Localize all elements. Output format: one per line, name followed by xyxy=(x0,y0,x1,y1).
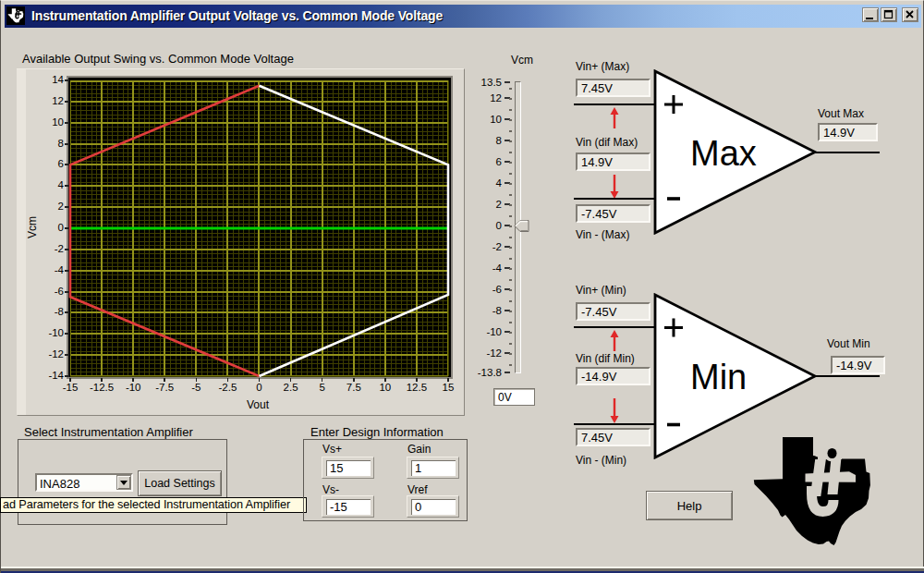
svg-text:Max: Max xyxy=(690,134,757,173)
svg-text:Min: Min xyxy=(690,358,747,396)
